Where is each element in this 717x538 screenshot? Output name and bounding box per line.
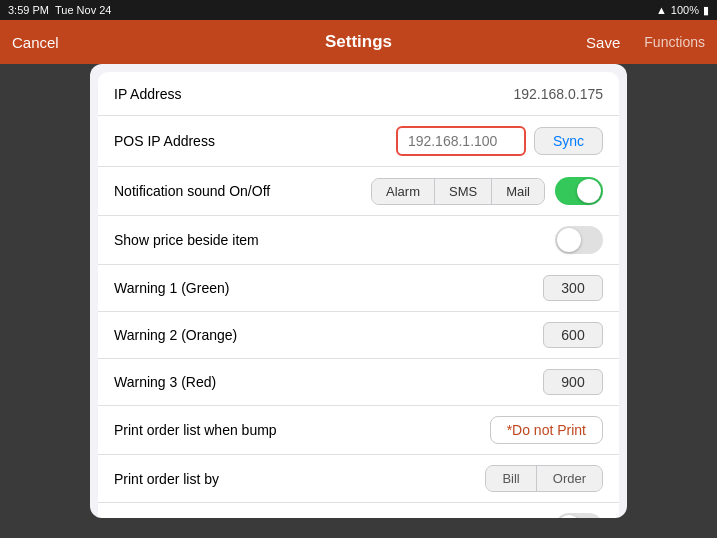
disable-sync-bump-row: Disable synchronized bump between KDS — [98, 503, 619, 518]
settings-modal: IP Address 192.168.0.175 POS IP Address … — [90, 64, 627, 518]
wifi-icon: ▲ — [656, 4, 667, 16]
status-bar-left: 3:59 PM Tue Nov 24 — [8, 4, 111, 16]
show-price-row: Show price beside item — [98, 216, 619, 265]
show-price-label: Show price beside item — [114, 232, 259, 248]
sms-btn[interactable]: SMS — [435, 179, 492, 204]
warning3-value: 900 — [543, 369, 603, 395]
pos-ip-controls: Sync — [396, 126, 603, 156]
warning1-label: Warning 1 (Green) — [114, 280, 229, 296]
pos-ip-address-row: POS IP Address Sync — [98, 116, 619, 167]
status-bar-right: ▲ 100% ▮ — [656, 4, 709, 17]
cancel-button[interactable]: Cancel — [12, 34, 59, 51]
bill-btn[interactable]: Bill — [486, 466, 536, 491]
mail-btn[interactable]: Mail — [492, 179, 544, 204]
pos-ip-address-label: POS IP Address — [114, 133, 215, 149]
print-order-bump-label: Print order list when bump — [114, 422, 277, 438]
warning3-row: Warning 3 (Red) 900 — [98, 359, 619, 406]
alarm-btn[interactable]: Alarm — [372, 179, 435, 204]
battery-icon: ▮ — [703, 4, 709, 17]
print-order-by-segmented: Bill Order — [485, 465, 603, 492]
notification-sound-segmented: Alarm SMS Mail — [371, 178, 545, 205]
warning2-value: 600 — [543, 322, 603, 348]
functions-tab[interactable]: Functions — [644, 34, 705, 50]
ip-address-label: IP Address — [114, 86, 181, 102]
status-date: Tue Nov 24 — [55, 4, 111, 16]
pos-ip-input[interactable] — [396, 126, 526, 156]
print-order-by-row: Print order list by Bill Order — [98, 455, 619, 503]
print-order-by-label: Print order list by — [114, 471, 219, 487]
order-btn[interactable]: Order — [537, 466, 602, 491]
toggle-knob-sync — [557, 515, 581, 518]
status-bar: 3:59 PM Tue Nov 24 ▲ 100% ▮ — [0, 0, 717, 20]
do-not-print-button[interactable]: *Do not Print — [490, 416, 603, 444]
notification-sound-controls: Alarm SMS Mail — [371, 177, 603, 205]
nav-bar-title: Settings — [325, 32, 392, 52]
toggle-knob-price — [557, 228, 581, 252]
warning1-value: 300 — [543, 275, 603, 301]
warning2-label: Warning 2 (Orange) — [114, 327, 237, 343]
print-order-bump-row: Print order list when bump *Do not Print — [98, 406, 619, 455]
toggle-knob — [577, 179, 601, 203]
ip-address-row: IP Address 192.168.0.175 — [98, 72, 619, 116]
notification-sound-toggle[interactable] — [555, 177, 603, 205]
ip-address-value: 192.168.0.175 — [513, 86, 603, 102]
notification-sound-row: Notification sound On/Off Alarm SMS Mail — [98, 167, 619, 216]
save-button[interactable]: Save — [578, 30, 628, 55]
settings-list: IP Address 192.168.0.175 POS IP Address … — [98, 72, 619, 518]
show-price-toggle[interactable] — [555, 226, 603, 254]
battery-label: 100% — [671, 4, 699, 16]
nav-bar: Cancel Settings Save Functions — [0, 20, 717, 64]
notification-sound-label: Notification sound On/Off — [114, 183, 270, 199]
disable-sync-bump-toggle[interactable] — [555, 513, 603, 518]
status-time: 3:59 PM — [8, 4, 49, 16]
warning1-row: Warning 1 (Green) 300 — [98, 265, 619, 312]
warning2-row: Warning 2 (Orange) 600 — [98, 312, 619, 359]
sync-button[interactable]: Sync — [534, 127, 603, 155]
nav-bar-right: Save Functions — [578, 30, 705, 55]
warning3-label: Warning 3 (Red) — [114, 374, 216, 390]
nav-bar-left: Cancel — [12, 34, 59, 51]
